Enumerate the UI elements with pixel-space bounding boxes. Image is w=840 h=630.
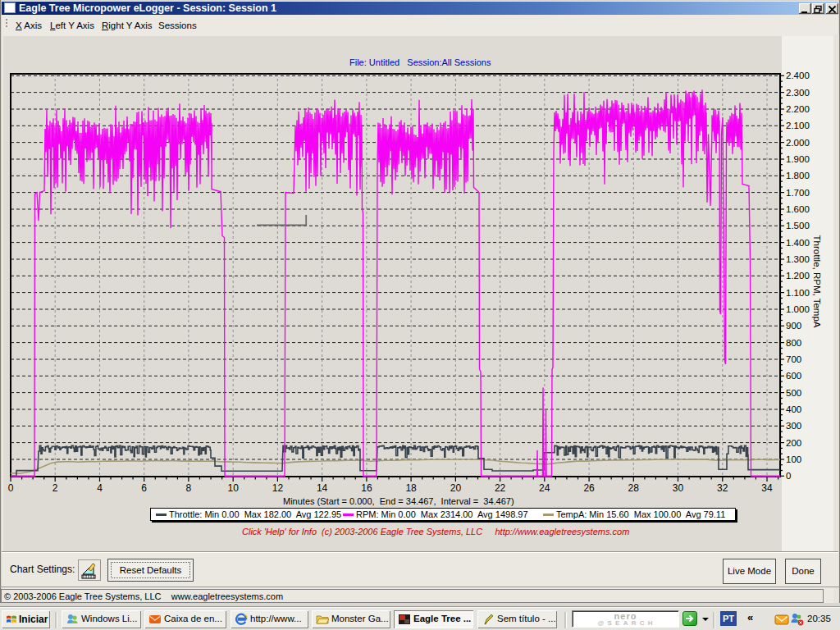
svg-text:34: 34 xyxy=(761,482,773,494)
svg-text:12: 12 xyxy=(272,482,284,494)
svg-text:400: 400 xyxy=(786,404,801,414)
svg-text:1.300: 1.300 xyxy=(786,254,810,264)
svg-text:200: 200 xyxy=(786,438,801,448)
svg-text:100: 100 xyxy=(786,454,801,464)
svg-text:File: Untitled Session:All S: File: Untitled Session:All Sessions xyxy=(349,57,491,67)
svg-text:900: 900 xyxy=(786,321,801,331)
svg-text:32: 32 xyxy=(717,482,728,494)
svg-text:0: 0 xyxy=(8,482,14,494)
svg-text:300: 300 xyxy=(786,421,801,431)
svg-text:2.000: 2.000 xyxy=(786,138,810,148)
svg-text:500: 500 xyxy=(786,388,801,398)
svg-text:1.800: 1.800 xyxy=(786,171,810,180)
svg-text:0: 0 xyxy=(786,471,791,481)
svg-text:20: 20 xyxy=(450,482,462,494)
svg-text:4: 4 xyxy=(97,482,103,494)
svg-text:1.700: 1.700 xyxy=(786,188,810,198)
svg-text:2.400: 2.400 xyxy=(786,71,810,80)
svg-text:1.200: 1.200 xyxy=(786,271,810,281)
svg-text:18: 18 xyxy=(405,482,417,494)
svg-text:Minutes (Start = 0.000, End =: Minutes (Start = 0.000, End = 34.467, In… xyxy=(283,496,514,506)
svg-text:16: 16 xyxy=(361,482,372,494)
svg-text:800: 800 xyxy=(786,338,801,348)
svg-text:700: 700 xyxy=(786,354,801,364)
svg-text:1.000: 1.000 xyxy=(786,304,810,314)
svg-text:30: 30 xyxy=(673,482,684,494)
svg-text:22: 22 xyxy=(495,482,506,494)
svg-text:1.600: 1.600 xyxy=(786,204,810,214)
svg-text:28: 28 xyxy=(628,482,640,494)
svg-text:1.400: 1.400 xyxy=(786,238,810,248)
svg-text:2.200: 2.200 xyxy=(786,104,810,114)
svg-text:26: 26 xyxy=(583,482,595,494)
svg-text:24: 24 xyxy=(539,482,550,494)
svg-text:2: 2 xyxy=(52,482,58,494)
svg-text:600: 600 xyxy=(786,371,801,381)
svg-text:Throttle, RPM, TempA: Throttle, RPM, TempA xyxy=(812,235,822,328)
svg-text:8: 8 xyxy=(186,482,192,494)
svg-text:14: 14 xyxy=(317,482,328,494)
svg-text:1.900: 1.900 xyxy=(786,154,810,164)
svg-text:10: 10 xyxy=(228,482,240,494)
svg-text:6: 6 xyxy=(141,482,147,494)
svg-text:2.300: 2.300 xyxy=(786,88,810,98)
svg-text:1.500: 1.500 xyxy=(786,221,810,231)
svg-text:2.100: 2.100 xyxy=(786,121,810,130)
svg-text:1.100: 1.100 xyxy=(786,288,810,298)
